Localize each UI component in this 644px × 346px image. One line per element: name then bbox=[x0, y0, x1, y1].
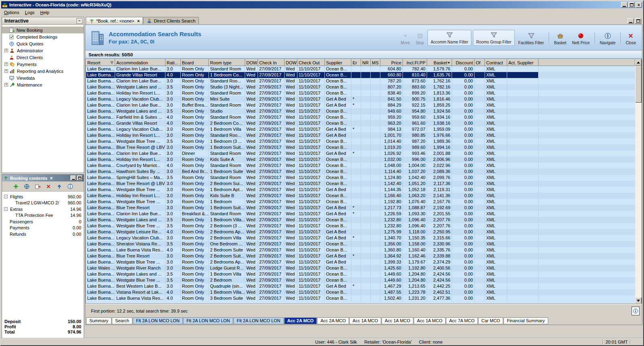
result-row[interactable]: Lake Buena...Sheraton Vistana Re...3.5Ro… bbox=[86, 241, 635, 247]
facilities-filter-button[interactable]: Facilities Filter bbox=[516, 29, 547, 46]
booking-tree-item[interactable]: -Flights960.00 bbox=[2, 194, 84, 200]
column-header-room-type[interactable]: Room type bbox=[209, 60, 245, 66]
add-item-button[interactable] bbox=[13, 183, 19, 189]
result-row[interactable]: Lake Buena...Blue Tree Resort @ LBV3.0Ro… bbox=[86, 181, 635, 187]
result-row[interactable]: Lake Buena...Westgate Blue Tree ...3.0Ro… bbox=[86, 259, 635, 265]
result-row[interactable]: Lake Buena...Clarion Inn Lake Bue...3.0B… bbox=[86, 102, 635, 108]
rooms-group-filter-button[interactable]: Rooms Group Filter bbox=[473, 30, 514, 46]
result-row[interactable]: Lake Buena...Westgate Blue Tree ...3.0Ro… bbox=[86, 187, 635, 193]
bottom-tab-acc-2a-mco-6[interactable]: Acc 2A MCO bbox=[317, 317, 349, 324]
result-row[interactable]: Lake Buena...Westgate Lakes and ...3.5Ro… bbox=[86, 108, 635, 114]
web-quote-button[interactable] bbox=[24, 183, 30, 189]
bottom-tab-financial-summary-12[interactable]: Financial Summary bbox=[504, 317, 548, 324]
result-row[interactable]: Lake Buena...Holiday Inn Resort L...3.0R… bbox=[86, 132, 635, 138]
column-header-contract[interactable]: Contract bbox=[485, 60, 507, 66]
result-row[interactable]: Lake Buena...Clarion Inn Lake Bue...3.0R… bbox=[86, 66, 635, 72]
result-row[interactable]: Lake Buena...Westgate Leisure Re...4.0Ro… bbox=[86, 229, 635, 235]
column-header-resort[interactable]: Resort bbox=[86, 60, 115, 66]
sidebar-item-direct-clients[interactable]: Direct Clients bbox=[2, 54, 84, 61]
result-row[interactable]: Lake Buena...Hawthorn Suites By ...3.0Be… bbox=[86, 169, 635, 175]
result-row[interactable]: Lake Buena...Westgate Blue Tree ...3.0Ro… bbox=[86, 199, 635, 205]
column-header-board[interactable]: Board bbox=[181, 60, 209, 66]
result-row[interactable]: Lake Wales ...Westgate River Ranch3.0Roo… bbox=[86, 265, 635, 271]
bottom-tab-flt-2a-lon-mco-lon-3[interactable]: Flt 2A LON MCO LON bbox=[183, 317, 233, 324]
result-row[interactable]: Lake Buena...Westgate Lakes and ...3.5Ro… bbox=[86, 84, 635, 90]
bottom-tab-acc-7a-mco-10[interactable]: Acc 7A MCO bbox=[446, 317, 478, 324]
booking-tree-item[interactable]: Refunds0.00 bbox=[2, 231, 84, 237]
export-booking-button[interactable] bbox=[56, 183, 62, 189]
panel-minimize-button[interactable] bbox=[70, 175, 76, 181]
column-header-discount[interactable]: Discount bbox=[452, 60, 475, 66]
result-row[interactable]: Lake Buena...Blue Tree Resort3.0Room Onl… bbox=[86, 205, 635, 211]
result-row[interactable]: Lake Buena...Westgate Lakes and ...3.5Ro… bbox=[86, 271, 635, 277]
menu-options[interactable]: Options bbox=[1, 9, 22, 16]
vertical-scrollbar[interactable] bbox=[635, 59, 642, 304]
booking-tree-item[interactable]: Payments0.00 bbox=[2, 225, 84, 231]
column-header-incl-fl-pp[interactable]: Incl.Fl.PP bbox=[403, 60, 427, 66]
sidebar-item-payments[interactable]: +Payments bbox=[2, 61, 84, 68]
column-header-basket[interactable]: Basket bbox=[427, 60, 452, 66]
expand-icon[interactable]: + bbox=[4, 83, 8, 86]
booking-info-button[interactable] bbox=[67, 183, 73, 189]
navigate-button[interactable]: Navigate bbox=[597, 29, 618, 46]
sidebar-item-maintenance[interactable]: +Maintenance bbox=[2, 81, 84, 88]
maximize-button[interactable] bbox=[628, 2, 635, 8]
result-row[interactable]: Lake Buena...Lake Buena Vista Res...4.0R… bbox=[86, 247, 635, 253]
result-row[interactable]: Lake Buena...Legacy Vacation Club...3.0R… bbox=[86, 235, 635, 241]
collapse-panel-button[interactable]: − bbox=[76, 18, 83, 24]
menu-logs[interactable]: Logs bbox=[22, 9, 37, 16]
accomm-name-filter-button[interactable]: Accomm Name Filter bbox=[427, 30, 471, 46]
column-header-supplier[interactable]: Supplier bbox=[325, 60, 351, 66]
collapse-icon[interactable]: - bbox=[4, 195, 8, 198]
bottom-tab-flt-2a-lon-mco-lon-2[interactable]: Flt 2A LON MCO LON bbox=[133, 317, 183, 324]
column-header-of[interactable]: Of bbox=[475, 60, 485, 66]
bottom-tab-summary-0[interactable]: Summary bbox=[86, 317, 111, 324]
scroll-track[interactable] bbox=[635, 66, 642, 297]
close-button[interactable]: Close bbox=[623, 29, 639, 46]
mdi-minimize-button[interactable] bbox=[627, 18, 634, 24]
scroll-thumb[interactable] bbox=[635, 66, 642, 103]
bottom-tab-car-mco-11[interactable]: Car MCO bbox=[478, 317, 503, 324]
result-row[interactable]: Lake Buena...Vistana Resort at Lak...4.0… bbox=[86, 289, 635, 295]
column-header-ms[interactable]: MS bbox=[371, 60, 380, 66]
booking-tree-item[interactable]: -Extras14.96 bbox=[2, 206, 84, 212]
column-header-check-out[interactable]: Check Out bbox=[297, 60, 325, 66]
result-row[interactable]: Lake Buena...Blue Tree Resort3.0Room Onl… bbox=[86, 253, 635, 259]
result-row[interactable]: Lake Buena...Westgate Blue Tree ...3.5Ro… bbox=[86, 223, 635, 229]
minimize-button[interactable] bbox=[621, 2, 627, 8]
column-header-er[interactable]: Er bbox=[351, 60, 361, 66]
result-row[interactable]: Lake Buena...Holiday Inn Resort L...3.0R… bbox=[86, 90, 635, 96]
result-row[interactable]: Lake Buena...Holiday Inn Resort L...3.0R… bbox=[86, 193, 635, 199]
expand-icon[interactable]: + bbox=[4, 49, 8, 52]
booking-tree-item[interactable]: TTA Protection Fee14.96 bbox=[2, 212, 84, 219]
result-row[interactable]: Lake Buena...Westgate Blue Tree ...3.5Ro… bbox=[86, 138, 635, 144]
close-tab-icon[interactable]: × bbox=[137, 19, 140, 23]
result-row[interactable]: Lake Buena...Legacy Vacation Club...3.0R… bbox=[86, 126, 635, 132]
close-panel-icon[interactable]: × bbox=[50, 176, 53, 181]
sidebar-item-reporting-and-analytics[interactable]: +Reporting and Analytics bbox=[2, 68, 84, 74]
sidebar-item-completed-bookings[interactable]: Completed Bookings bbox=[2, 33, 84, 40]
result-row[interactable]: Lake Buena...Blue Tree Resort @ LBV3.0Ro… bbox=[86, 144, 635, 150]
close-button[interactable]: × bbox=[636, 2, 642, 8]
bottom-tab-acc-1a-mco-8[interactable]: Acc 1A MCO bbox=[382, 317, 413, 324]
nett-price-button[interactable]: Nett Price bbox=[569, 29, 592, 46]
booking-tree-item[interactable]: Travel2 LGW>MCO 2/960.00 bbox=[2, 200, 84, 206]
sidebar-item-new-booking[interactable]: New Booking bbox=[2, 27, 84, 33]
result-row[interactable]: Lake Buena...Lake Buena Vista Res...4.0R… bbox=[86, 295, 635, 301]
collapse-icon[interactable]: - bbox=[4, 207, 8, 211]
import-booking-button[interactable] bbox=[35, 183, 41, 189]
column-header-price[interactable]: Price bbox=[380, 60, 403, 66]
sidebar-item-quick-quotes[interactable]: Quick Quotes bbox=[2, 40, 84, 47]
column-header-act-supplier[interactable]: Act. Supplier bbox=[507, 60, 539, 66]
column-header-dow[interactable]: DOW bbox=[285, 60, 297, 66]
result-row[interactable]: Lake Buena...Westgate Lakes and ...3.5Ro… bbox=[86, 217, 635, 223]
result-row[interactable]: Lake Buena...Holiday Inn Resort L...3.0R… bbox=[86, 157, 635, 163]
bottom-tab-flt-2a-lon-mco-lon-4[interactable]: Flt 2A LON MCO LON bbox=[233, 317, 283, 324]
result-row[interactable]: Lake Buena...Best Western Lake B...3.0Ro… bbox=[86, 283, 635, 289]
column-header-check-in[interactable]: Check In bbox=[258, 60, 285, 66]
sidebar-item-viewdata[interactable]: Viewdata bbox=[2, 74, 84, 81]
sidebar-item-administrator[interactable]: +Administrator bbox=[2, 47, 84, 54]
column-header-rati[interactable]: Rati... bbox=[165, 60, 181, 66]
column-header-nr[interactable]: NR bbox=[361, 60, 371, 66]
result-row[interactable]: Lake Buena...Clarion Inn Lake Bue...3.0D… bbox=[86, 150, 635, 157]
